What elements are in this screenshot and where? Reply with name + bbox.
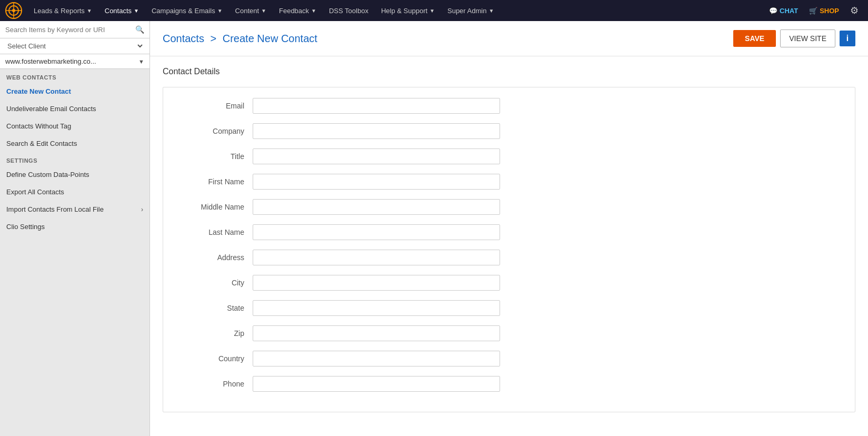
email-input[interactable] [253,98,500,114]
last-name-row: Last Name [179,224,839,240]
phone-row: Phone [179,376,839,392]
city-label: City [179,279,253,287]
sidebar-item-import-contacts[interactable]: Import Contacts From Local File › [0,201,149,218]
dropdown-arrow: ▼ [134,8,139,14]
sidebar-domain[interactable]: www.fosterwebmarketing.co... ▼ [0,54,149,69]
logo [5,2,22,19]
contact-details-card: Email Company Title First Name Middle Na… [163,87,855,412]
nav-feedback[interactable]: Feedback ▼ [273,0,323,21]
dropdown-arrow: ▼ [261,8,266,14]
address-input[interactable] [253,250,500,265]
title-row: Title [179,148,839,164]
nav-campaigns-emails[interactable]: Campaigns & Emails ▼ [145,0,229,21]
domain-dropdown-arrow: ▼ [138,58,144,65]
content-header: Contacts > Create New Contact SAVE VIEW … [150,21,868,56]
first-name-input[interactable] [253,174,500,190]
middle-name-label: Middle Name [179,203,253,211]
nav-content[interactable]: Content ▼ [229,0,273,21]
sidebar-item-contacts-without-tag[interactable]: Contacts Without Tag [0,117,149,135]
breadcrumb: Contacts > Create New Contact [163,33,317,45]
nav-contacts[interactable]: Contacts ▼ [98,0,145,21]
save-button[interactable]: SAVE [733,30,776,47]
company-row: Company [179,123,839,139]
main-layout: 🔍 Select Client www.fosterwebmarketing.c… [0,21,868,436]
sidebar: 🔍 Select Client www.fosterwebmarketing.c… [0,21,150,436]
settings-button[interactable]: ⚙ [846,5,863,16]
client-select[interactable]: Select Client [5,42,144,51]
sidebar-item-export-all-contacts[interactable]: Export All Contacts [0,183,149,201]
phone-label: Phone [179,380,253,388]
dropdown-arrow: ▼ [430,8,435,14]
search-input[interactable] [5,26,132,34]
header-actions: SAVE VIEW SITE i [733,29,855,47]
chat-button[interactable]: 💬 CHAT [765,7,802,15]
country-input[interactable] [253,351,500,366]
state-input[interactable] [253,300,500,316]
first-name-row: First Name [179,174,839,190]
web-contacts-section-title: WEB CONTACTS [0,69,149,83]
nav-leads-reports[interactable]: Leads & Reports ▼ [27,0,98,21]
nav-dss-toolbox[interactable]: DSS Toolbox [323,0,375,21]
phone-input[interactable] [253,376,500,392]
city-row: City [179,275,839,291]
email-label: Email [179,102,253,110]
chevron-right-icon: › [141,206,143,213]
city-input[interactable] [253,275,500,291]
sidebar-item-undeliverable-email[interactable]: Undeliverable Email Contacts [0,100,149,117]
country-label: Country [179,354,253,363]
sidebar-search-bar: 🔍 [0,21,149,38]
title-input[interactable] [253,148,500,164]
chat-icon: 💬 [769,7,777,15]
content-area: Contacts > Create New Contact SAVE VIEW … [150,21,868,436]
sidebar-item-define-custom-data-points[interactable]: Define Custom Data-Points [0,166,149,183]
settings-section-title: SETTINGS [0,152,149,166]
title-label: Title [179,152,253,161]
form-container: Contact Details Email Company Title Firs… [150,56,868,423]
nav-items: Leads & Reports ▼ Contacts ▼ Campaigns &… [27,0,765,21]
info-button[interactable]: i [840,31,855,46]
shop-button[interactable]: 🛒 SHOP [805,7,843,15]
breadcrumb-separator: > [211,33,217,44]
dropdown-arrow: ▼ [217,8,223,14]
view-site-button[interactable]: VIEW SITE [780,29,835,47]
sidebar-item-create-new-contact[interactable]: Create New Contact [0,83,149,100]
gear-icon: ⚙ [850,5,859,16]
dropdown-arrow: ▼ [311,8,316,14]
state-row: State [179,300,839,316]
company-label: Company [179,127,253,135]
zip-row: Zip [179,325,839,341]
address-label: Address [179,253,253,262]
country-row: Country [179,351,839,366]
sidebar-item-clio-settings[interactable]: Clio Settings [0,218,149,235]
middle-name-input[interactable] [253,199,500,215]
last-name-label: Last Name [179,228,253,236]
state-label: State [179,304,253,312]
zip-input[interactable] [253,325,500,341]
zip-label: Zip [179,329,253,338]
top-nav: Leads & Reports ▼ Contacts ▼ Campaigns &… [0,0,868,21]
dropdown-arrow: ▼ [87,8,92,14]
cart-icon: 🛒 [809,7,817,15]
nav-super-admin[interactable]: Super Admin ▼ [441,0,500,21]
dropdown-arrow: ▼ [488,8,494,14]
address-row: Address [179,250,839,265]
sidebar-select-client: Select Client [0,38,149,54]
middle-name-row: Middle Name [179,199,839,215]
company-input[interactable] [253,123,500,139]
first-name-label: First Name [179,177,253,186]
form-section-title: Contact Details [163,67,855,76]
nav-right: 💬 CHAT 🛒 SHOP ⚙ [765,5,863,16]
email-row: Email [179,98,839,114]
nav-help-support[interactable]: Help & Support ▼ [375,0,441,21]
search-icon: 🔍 [135,25,144,34]
last-name-input[interactable] [253,224,500,240]
sidebar-item-search-edit-contacts[interactable]: Search & Edit Contacts [0,135,149,152]
